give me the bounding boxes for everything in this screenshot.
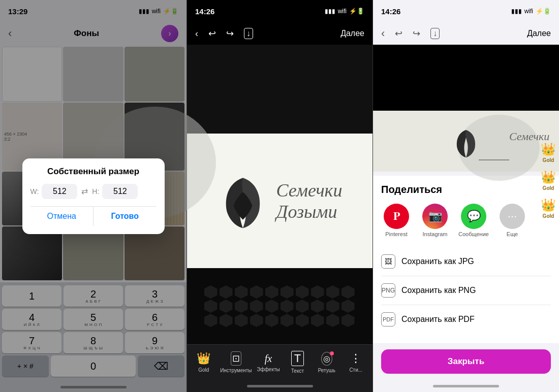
preview-underline [479, 159, 509, 160]
text-label: Текст [291, 368, 304, 374]
wifi-icon-2: wifi [338, 8, 347, 15]
nav-left-3: ‹ ↩ ↪ ↓ [381, 27, 440, 40]
more-label: Еще [507, 231, 518, 237]
share-more[interactable]: ··· Еще [497, 204, 527, 237]
home-indicator-2 [187, 380, 372, 392]
toolbar-effects[interactable]: fx Эффекты [256, 353, 281, 372]
retouch-label: Ретушь [318, 368, 335, 373]
gold-badge-1[interactable]: 👑 Gold [541, 142, 556, 163]
panel-share: 14:26 ▮▮▮ wifi ⚡🔋 ‹ ↩ ↪ ↓ Далее Семечки [373, 0, 559, 392]
gold-badge-3[interactable]: 👑 Gold [541, 198, 556, 219]
pinterest-label: Pinterest [385, 231, 407, 237]
canvas-top [187, 45, 372, 134]
modal-fields: W: ⇄ H: [30, 184, 157, 199]
toolbar-tools[interactable]: ⊡ Инструменты [220, 351, 252, 373]
toolbar-stickers[interactable]: ⋮ Сти... [343, 352, 368, 373]
gold-badge-2[interactable]: 👑 Gold [541, 170, 556, 191]
nav-bar-2: ‹ ↩ ↪ ↓ Далее [187, 22, 372, 45]
signal-icon-3: ▮▮▮ [511, 8, 522, 15]
battery-icon-2: ⚡🔋 [349, 8, 364, 15]
back-button-3[interactable]: ‹ [381, 27, 385, 40]
redo-button-3[interactable]: ↪ [413, 28, 420, 39]
save-pdf-label: Сохранить как PDF [401, 315, 475, 324]
logo-text-area: Семечки Дозыми [276, 180, 343, 222]
stickers-icon: ⋮ [350, 352, 361, 365]
oval-bg [187, 134, 216, 218]
share-apps-row: 𝐏 Pinterest 📷 Instagram 💬 Сообщение ··· … [381, 204, 551, 237]
gold-badges-container: 👑 Gold 👑 Gold 👑 Gold [541, 142, 556, 219]
next-button-3[interactable]: Далее [527, 29, 551, 38]
canvas-bottom [187, 268, 372, 344]
download-button[interactable]: ↓ [244, 28, 253, 39]
home-bar-3 [433, 385, 499, 387]
crown-icon-1: 👑 [541, 142, 556, 156]
undo-button-3[interactable]: ↩ [395, 28, 402, 39]
stickers-label: Сти... [349, 367, 362, 373]
preview-main: Семечки [373, 111, 559, 172]
panel-backgrounds: 13:29 ▮▮▮ wifi ⚡🔋 ‹ Фоны › 456 × 2304 3:… [0, 0, 187, 392]
canvas-main: Семечки Дозыми [187, 134, 372, 268]
status-bar-2: 14:26 ▮▮▮ wifi ⚡🔋 [187, 0, 372, 22]
status-time-2: 14:26 [195, 7, 214, 16]
status-icons-2: ▮▮▮ wifi ⚡🔋 [325, 8, 364, 15]
undo-button[interactable]: ↩ [208, 28, 216, 39]
modal-overlay: Собственный размер W: ⇄ H: Отмена Готово [0, 0, 187, 392]
text-icon: T [291, 351, 304, 366]
status-bar-3: 14:26 ▮▮▮ wifi ⚡🔋 [373, 0, 559, 22]
battery-icon-3: ⚡🔋 [536, 8, 551, 15]
preview-text: Семечки [509, 130, 549, 143]
effects-icon: fx [265, 353, 272, 365]
next-button-2[interactable]: Далее [340, 29, 364, 38]
close-button[interactable]: Закрыть [381, 349, 551, 374]
gold-icon: 👑 [197, 352, 210, 365]
redo-button[interactable]: ↪ [226, 28, 234, 39]
home-bar-2 [247, 385, 313, 387]
preview-text-area: Семечки [509, 130, 549, 143]
instagram-label: Instagram [423, 231, 448, 237]
share-messages[interactable]: 💬 Сообщение [458, 204, 489, 237]
tools-icon: ⊡ [231, 351, 241, 366]
modal-buttons: Отмена Готово [30, 206, 157, 226]
height-input[interactable] [102, 184, 138, 199]
save-png-label: Сохранить как PNG [401, 286, 476, 295]
width-input[interactable] [42, 184, 77, 199]
wifi-icon-3: wifi [524, 8, 533, 15]
toolbar-retouch[interactable]: ◎ Ретушь [314, 352, 339, 373]
instagram-icon: 📷 [422, 204, 448, 229]
height-label: H: [92, 187, 99, 195]
home-indicator-3 [373, 380, 559, 392]
width-field: W: [30, 184, 78, 199]
download-button-3[interactable]: ↓ [430, 28, 440, 39]
gold-label-3: Gold [543, 213, 554, 219]
back-button-2[interactable]: ‹ [195, 28, 198, 39]
jpg-icon: 🖼 [381, 254, 395, 269]
toolbar-text[interactable]: T Текст [285, 351, 310, 374]
cancel-button[interactable]: Отмена [30, 207, 94, 226]
retouch-icon: ◎ [321, 352, 332, 366]
toolbar-gold[interactable]: 👑 Gold [191, 352, 216, 373]
swap-icon[interactable]: ⇄ [81, 186, 88, 196]
width-label: W: [30, 187, 39, 195]
logo-leaf-svg [218, 173, 268, 229]
modal-title: Собственный размер [30, 167, 157, 177]
share-instagram[interactable]: 📷 Instagram [420, 204, 450, 237]
confirm-button[interactable]: Готово [94, 207, 157, 226]
gold-label: Gold [198, 367, 209, 373]
logo-text-dozymi: Дозыми [276, 201, 343, 222]
status-icons-3: ▮▮▮ wifi ⚡🔋 [511, 8, 551, 15]
save-png-option[interactable]: PNG Сохранить как PNG [381, 276, 551, 305]
gold-label-2: Gold [543, 185, 554, 191]
share-title: Поделиться [381, 184, 551, 195]
share-pinterest[interactable]: 𝐏 Pinterest [381, 204, 412, 237]
hex-canvas [187, 268, 372, 344]
nav-left-2: ‹ ↩ ↪ ↓ [195, 28, 253, 39]
png-icon: PNG [381, 283, 395, 298]
preview-top [373, 45, 559, 111]
save-pdf-option[interactable]: PDF Сохранить как PDF [381, 305, 551, 334]
save-jpg-option[interactable]: 🖼 Сохранить как JPG [381, 247, 551, 276]
pinterest-icon: 𝐏 [384, 204, 409, 229]
nav-bar-3: ‹ ↩ ↪ ↓ Далее [373, 22, 559, 45]
status-time-3: 14:26 [381, 7, 400, 16]
crown-icon-2: 👑 [541, 170, 556, 184]
preview-leaf [453, 125, 479, 160]
